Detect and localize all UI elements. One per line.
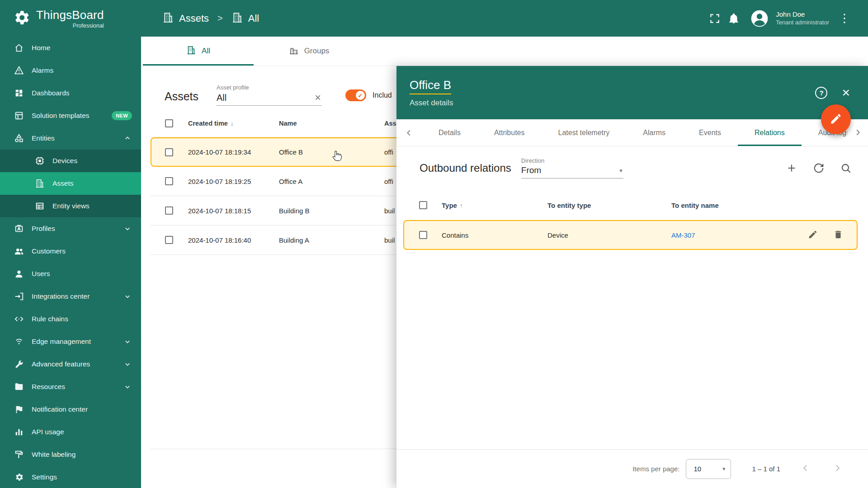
brand-name: ThingsBoard [36, 8, 104, 22]
toggle-check-icon: ✓ [356, 91, 365, 100]
relations-actions [786, 162, 852, 174]
clear-filter-icon[interactable]: × [314, 92, 322, 103]
sidebar-item-solution-templates[interactable]: Solution templates NEW [0, 104, 141, 127]
row-checkbox[interactable] [165, 148, 173, 156]
edit-pencil-icon[interactable] [808, 230, 818, 241]
sidebar-item-settings[interactable]: Settings [0, 466, 141, 488]
drawer-title[interactable]: Office B [410, 78, 451, 94]
sidebar-item-alarms[interactable]: Alarms [0, 59, 141, 82]
sidebar-item-integrations-center[interactable]: Integrations center [0, 285, 141, 308]
tab-details[interactable]: Details [422, 119, 477, 146]
delete-trash-icon[interactable] [833, 230, 843, 241]
tab-scroll-left-icon[interactable] [396, 119, 422, 146]
chart-icon [14, 427, 24, 437]
row-actions [798, 230, 857, 241]
direction-value[interactable]: From [521, 165, 541, 175]
pagination-bar: Items per page: 10 ▾ 1 – 1 of 1 [396, 449, 868, 488]
sort-desc-icon: ↓ [231, 120, 234, 127]
edit-fab-button[interactable] [821, 104, 851, 134]
select-all-checkbox[interactable] [419, 201, 427, 209]
refresh-icon[interactable] [813, 162, 825, 174]
tab-relations[interactable]: Relations [738, 119, 802, 146]
sidebar-item-edge-management[interactable]: Edge management [0, 330, 141, 353]
sidebar-item-notification-center[interactable]: Notification center [0, 398, 141, 421]
tab-events[interactable]: Events [682, 119, 738, 146]
drawer-titles: Office B Asset details [410, 78, 453, 108]
folder-icon [14, 381, 24, 392]
close-icon[interactable]: × [842, 86, 850, 99]
sidebar-item-label: Entities [32, 134, 55, 142]
tab-attributes[interactable]: Attributes [477, 119, 542, 146]
items-per-page-select[interactable]: 10 ▾ [686, 459, 731, 479]
sidebar-item-rule-chains[interactable]: Rule chains [0, 308, 141, 330]
sidebar-item-resources[interactable]: Resources [0, 375, 141, 398]
previous-page-icon[interactable] [800, 463, 811, 475]
cell-to-entity-name-link[interactable]: AM-307 [671, 231, 798, 239]
column-type[interactable]: Type↑ [442, 202, 547, 209]
asset-profile-filter[interactable]: Asset profile All × [217, 84, 322, 106]
wrench-icon [14, 359, 24, 370]
sidebar-item-white-labeling[interactable]: White labeling [0, 443, 141, 466]
sidebar-item-home[interactable]: Home [0, 37, 141, 59]
tab-latest-telemetry[interactable]: Latest telemetry [542, 119, 627, 146]
add-relation-icon[interactable] [786, 162, 797, 174]
column-to-entity-type[interactable]: To entity type [547, 202, 671, 209]
select-all-checkbox[interactable] [165, 119, 173, 127]
relations-table-header: Type↑ To entity type To entity name [396, 194, 868, 216]
sidebar-item-devices[interactable]: Devices [0, 150, 141, 172]
tab-alarms[interactable]: Alarms [626, 119, 682, 146]
tab-all[interactable]: All [143, 37, 254, 66]
include-toggle-wrap: ✓ Includ [345, 89, 392, 106]
tab-groups[interactable]: Groups [254, 37, 364, 66]
asset-profile-filter-value[interactable]: All [217, 93, 226, 103]
direction-select[interactable]: Direction From ▾ [521, 157, 623, 178]
search-icon[interactable] [840, 162, 852, 174]
table-row[interactable]: Contains Device AM-307 [403, 220, 858, 250]
tab-groups-label: Groups [304, 47, 330, 56]
topbar: Assets > All John Doe Tenant administrat… [141, 0, 868, 37]
profiles-icon [14, 223, 24, 234]
home-icon [14, 42, 24, 53]
tab-scroll-right-icon[interactable] [847, 119, 868, 145]
sidebar-item-entity-views[interactable]: Entity views [0, 195, 141, 217]
sidebar-item-assets[interactable]: Assets [0, 172, 141, 195]
column-created-time[interactable]: Created time↓ [188, 120, 279, 127]
sidebar-item-dashboards[interactable]: Dashboards [0, 82, 141, 104]
next-page-icon[interactable] [832, 463, 843, 475]
notifications-bell-icon[interactable] [724, 9, 743, 28]
brand-logo[interactable]: ThingsBoard Professional [0, 0, 141, 37]
sidebar-item-customers[interactable]: Customers [0, 240, 141, 263]
sidebar-item-entities[interactable]: Entities [0, 127, 141, 150]
drawer-header-actions: ? × [815, 86, 850, 99]
include-toggle[interactable]: ✓ [345, 89, 366, 101]
row-checkbox[interactable] [165, 236, 173, 244]
sidebar-item-api-usage[interactable]: API usage [0, 421, 141, 443]
sidebar-item-advanced-features[interactable]: Advanced features [0, 353, 141, 375]
row-checkbox[interactable] [165, 177, 173, 185]
column-to-entity-name[interactable]: To entity name [671, 202, 814, 209]
breadcrumb-root[interactable]: Assets [179, 13, 209, 24]
avatar[interactable] [750, 9, 769, 28]
sidebar-item-users[interactable]: Users [0, 263, 141, 285]
sidebar-item-label: White labeling [32, 450, 75, 459]
devices-icon [34, 155, 45, 166]
cell-created-time: 2024-10-07 18:19:25 [188, 178, 279, 185]
user-name: John Doe [776, 10, 829, 19]
groups-icon [289, 45, 299, 57]
sidebar-item-label: Notification center [32, 405, 88, 413]
cell-name: Office B [279, 148, 384, 156]
help-icon[interactable]: ? [815, 87, 827, 99]
sidebar-item-profiles[interactable]: Profiles [0, 217, 141, 240]
sidebar-item-label: Advanced features [32, 360, 90, 368]
building-icon [231, 12, 243, 25]
row-checkbox[interactable] [165, 206, 173, 215]
page-title: Assets [165, 90, 198, 106]
new-badge: NEW [112, 111, 132, 120]
topbar-actions: John Doe Tenant administrator ⋮ [705, 9, 853, 28]
integration-icon [14, 291, 24, 302]
fullscreen-icon[interactable] [705, 9, 724, 28]
column-name[interactable]: Name [279, 120, 384, 127]
kebab-menu-icon[interactable]: ⋮ [836, 11, 853, 25]
row-checkbox[interactable] [419, 231, 427, 239]
breadcrumb-current[interactable]: All [248, 13, 259, 24]
